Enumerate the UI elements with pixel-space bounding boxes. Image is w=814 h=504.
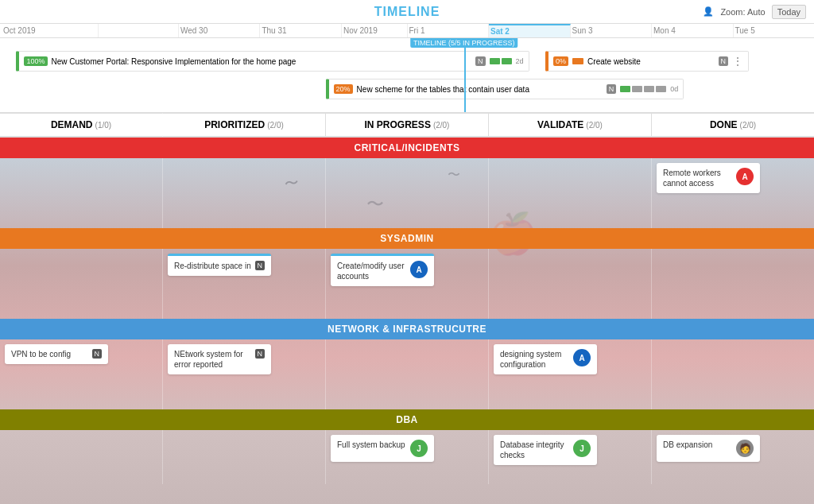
- card-db-integrity-text: Database integrity checks: [500, 440, 570, 460]
- section-network-row: VPN to be config N NEtwork system for er…: [0, 339, 814, 409]
- dba-demand-cell: [0, 430, 163, 484]
- prog-dot-1: [490, 58, 500, 64]
- network-validate-cell: designing system configuration A: [489, 339, 652, 409]
- date-mon4: Mon 4: [652, 24, 734, 37]
- card-designing-system-avatar: A: [573, 349, 591, 366]
- sysadmin-prioritized-cell: Re-distribute space in N: [163, 249, 326, 319]
- section-header-critical: CRITICAL/INCIDENTS: [0, 138, 814, 158]
- section-critical: CRITICAL/INCIDENTS Remote workers cannot…: [0, 138, 814, 228]
- bar1-progress: [490, 58, 512, 64]
- date-thu31: Thu 31: [260, 24, 342, 37]
- critical-validate-cell: [489, 158, 652, 228]
- section-sysadmin: SYSADMIN Re-distribute space in N Create…: [0, 228, 814, 319]
- card-create-modify[interactable]: Create/modify user accounts A: [331, 254, 434, 286]
- top-bar-controls: 👤 Zoom: Auto Today: [703, 5, 806, 19]
- card-vpn[interactable]: VPN to be config N: [5, 344, 108, 364]
- network-done-cell: [652, 339, 814, 409]
- card-remote-workers-avatar: A: [736, 168, 754, 185]
- chevron-demand: [162, 113, 169, 137]
- today-button[interactable]: Today: [772, 5, 806, 19]
- date-sun3: Sun 3: [571, 24, 653, 37]
- bar2-prog: [572, 58, 583, 64]
- dba-done-cell: DB expansion 🧑: [652, 430, 814, 484]
- user-icon: 👤: [703, 6, 714, 17]
- card-remote-workers-text: Remote workers cannot access: [663, 168, 733, 188]
- dba-validate-cell: Database integrity checks J: [489, 430, 652, 484]
- card-remote-workers[interactable]: Remote workers cannot access A: [657, 163, 760, 193]
- sysadmin-done-cell: [652, 249, 814, 319]
- timeline-bar-1[interactable]: 100% New Customer Portal: Responsive Imp…: [16, 51, 529, 72]
- card-db-expansion[interactable]: DB expansion 🧑: [657, 435, 760, 462]
- section-header-sysadmin: SYSADMIN: [0, 228, 814, 249]
- critical-demand-cell: [0, 158, 163, 228]
- bar3-text: New scheme for the tables that contain u…: [357, 85, 603, 94]
- bar1-days: 2d: [516, 57, 524, 65]
- b3-p3: [644, 86, 654, 92]
- network-demand-cell: VPN to be config N: [0, 339, 163, 409]
- prog-dot-2: [502, 58, 512, 64]
- bar1-pct: 100%: [24, 56, 47, 66]
- card-full-backup-avatar: J: [410, 440, 428, 457]
- bar3-progress: [620, 86, 666, 92]
- date-wed30: Wed 30: [179, 24, 261, 37]
- b3-p2: [632, 86, 642, 92]
- card-db-expansion-avatar: 🧑: [736, 440, 754, 457]
- date-nov2019: Nov 2019: [342, 24, 408, 37]
- dba-inprogress-cell: Full system backup J: [326, 430, 489, 484]
- card-network-error[interactable]: NEtwork system for error reported N: [168, 344, 271, 374]
- current-time-line: [464, 38, 466, 112]
- timeline-date-header: Oct 2019 Wed 30 Thu 31 Nov 2019 Fri 1 Sa…: [0, 24, 814, 38]
- bar2-badge: N: [719, 56, 729, 66]
- timeline-label: TIMELINE (5/5 IN PROGRESS): [410, 38, 518, 48]
- page-title: TIMELINE: [374, 5, 440, 19]
- card-network-error-text: NEtwork system for error reported: [174, 349, 252, 370]
- bar3-pct: 20%: [334, 84, 353, 94]
- section-sysadmin-row: Re-distribute space in N Create/modify u…: [0, 249, 814, 319]
- bar2-pct: 0%: [553, 56, 568, 66]
- card-db-integrity[interactable]: Database integrity checks J: [494, 435, 597, 465]
- timeline-bar-2[interactable]: 0% Create website N ⋮: [545, 51, 749, 72]
- bar1-badge: N: [475, 56, 486, 66]
- app-layout: TIMELINE 👤 Zoom: Auto Today Oct 2019 Wed…: [0, 0, 814, 504]
- bar1-text: New Customer Portal: Responsive Implemen…: [52, 57, 472, 66]
- timeline-bar-3[interactable]: 20% New scheme for the tables that conta…: [326, 79, 684, 99]
- top-bar: TIMELINE 👤 Zoom: Auto Today: [0, 0, 814, 24]
- section-dba: DBA Full system backup J Database integr…: [0, 409, 814, 484]
- date-sat2: Sat 2: [489, 24, 571, 37]
- date-tue5: Tue 5: [734, 24, 815, 37]
- card-redistribute-text: Re-distribute space in: [174, 261, 252, 271]
- bar3-badge: N: [607, 84, 617, 94]
- b3-p4: [656, 86, 666, 92]
- sections-container: CRITICAL/INCIDENTS Remote workers cannot…: [0, 138, 814, 484]
- b3-p1: [620, 86, 630, 92]
- bar2-menu[interactable]: ⋮: [732, 55, 743, 68]
- network-inprogress-cell: [326, 339, 489, 409]
- critical-inprogress-cell: [326, 158, 489, 228]
- card-designing-system-text: designing system configuration: [500, 349, 570, 370]
- card-redistribute[interactable]: Re-distribute space in N: [168, 254, 271, 276]
- card-vpn-tag: N: [92, 349, 103, 359]
- sysadmin-inprogress-cell: Create/modify user accounts A: [326, 249, 489, 319]
- dba-prioritized-cell: [163, 430, 326, 484]
- sysadmin-demand-cell: [0, 249, 163, 319]
- section-critical-row: Remote workers cannot access A: [0, 158, 814, 228]
- card-full-backup[interactable]: Full system backup J: [331, 435, 434, 462]
- card-create-modify-text: Create/modify user accounts: [337, 261, 407, 281]
- col-header-done: DONE (2/0): [652, 114, 814, 136]
- col-header-validate: VALIDATE (2/0): [489, 114, 652, 136]
- critical-prioritized-cell: [163, 158, 326, 228]
- section-header-network: NETWORK & INFRASTRUCUTRE: [0, 319, 814, 339]
- col-header-inprogress: IN PROGRESS (2/0): [326, 114, 489, 136]
- timeline-bars-area: TIMELINE (5/5 IN PROGRESS) 100% New Cust…: [0, 38, 814, 114]
- section-network: NETWORK & INFRASTRUCUTRE VPN to be confi…: [0, 319, 814, 409]
- zoom-label[interactable]: Zoom: Auto: [720, 7, 765, 17]
- card-full-backup-text: Full system backup: [337, 440, 407, 450]
- card-db-expansion-text: DB expansion: [663, 440, 733, 450]
- section-dba-row: Full system backup J Database integrity …: [0, 430, 814, 484]
- bar2-text: Create website: [587, 57, 714, 66]
- date-fri1: Fri 1: [408, 24, 490, 37]
- critical-done-cell: Remote workers cannot access A: [652, 158, 814, 228]
- card-redistribute-tag: N: [255, 261, 266, 270]
- date-oct2019: Oct 2019: [0, 24, 99, 37]
- card-designing-system[interactable]: designing system configuration A: [494, 344, 597, 374]
